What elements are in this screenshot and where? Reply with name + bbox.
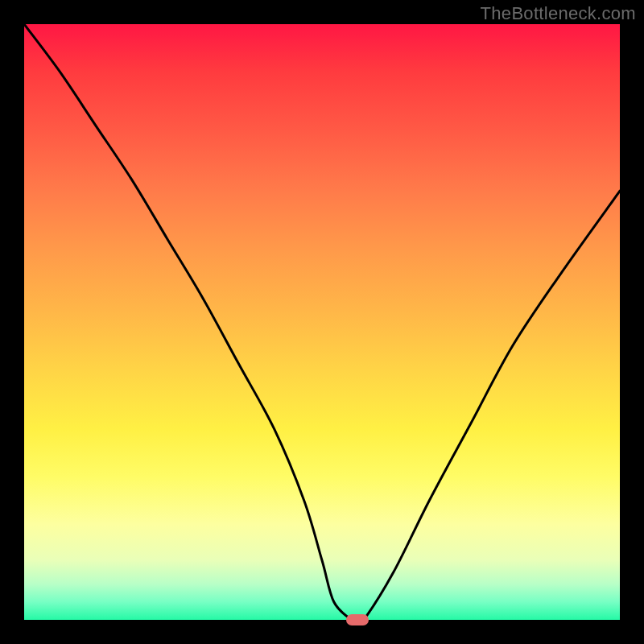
chart-frame: TheBottleneck.com: [0, 0, 644, 644]
plot-area: [24, 24, 620, 620]
curve-path: [24, 24, 620, 620]
watermark-text: TheBottleneck.com: [481, 3, 636, 24]
optimal-point-marker: [346, 614, 369, 625]
bottleneck-curve: [24, 24, 620, 620]
